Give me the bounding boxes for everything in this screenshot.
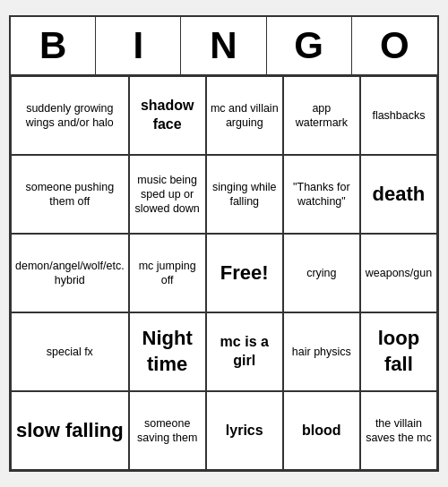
bingo-cell-1: shadow face: [129, 76, 206, 155]
bingo-cell-17: mc is a girl: [206, 312, 283, 391]
bingo-cell-20: slow falling: [11, 391, 129, 470]
bingo-cell-9: death: [360, 155, 437, 234]
bingo-cell-22: lyrics: [206, 391, 283, 470]
bingo-cell-8: "Thanks for watching": [283, 155, 360, 234]
bingo-cell-24: the villain saves the mc: [360, 391, 437, 470]
bingo-cell-2: mc and villain arguing: [206, 76, 283, 155]
bingo-header: BINGO: [11, 17, 437, 76]
bingo-letter-g: G: [267, 17, 352, 74]
bingo-letter-i: I: [96, 17, 181, 74]
bingo-cell-18: hair physics: [283, 312, 360, 391]
bingo-cell-14: weapons/gun: [360, 234, 437, 312]
bingo-cell-23: blood: [283, 391, 360, 470]
bingo-cell-15: special fx: [11, 312, 129, 391]
bingo-cell-5: someone pushing them off: [11, 155, 129, 234]
bingo-letter-n: N: [181, 17, 266, 74]
bingo-cell-6: music being sped up or slowed down: [129, 155, 206, 234]
bingo-grid: suddenly growing wings and/or haloshadow…: [11, 76, 437, 470]
bingo-cell-13: crying: [283, 234, 360, 312]
bingo-card: BINGO suddenly growing wings and/or halo…: [9, 15, 439, 472]
bingo-cell-0: suddenly growing wings and/or halo: [11, 76, 129, 155]
bingo-cell-21: someone saving them: [129, 391, 206, 470]
bingo-cell-10: demon/angel/wolf/etc. hybrid: [11, 234, 129, 312]
bingo-cell-16: Night time: [129, 312, 206, 391]
bingo-cell-3: app watermark: [283, 76, 360, 155]
bingo-cell-4: flashbacks: [360, 76, 437, 155]
bingo-letter-o: O: [352, 17, 437, 74]
bingo-cell-7: singing while falling: [206, 155, 283, 234]
bingo-cell-12: Free!: [206, 234, 283, 312]
bingo-letter-b: B: [11, 17, 96, 74]
bingo-cell-19: loop fall: [360, 312, 437, 391]
bingo-cell-11: mc jumping off: [129, 234, 206, 312]
